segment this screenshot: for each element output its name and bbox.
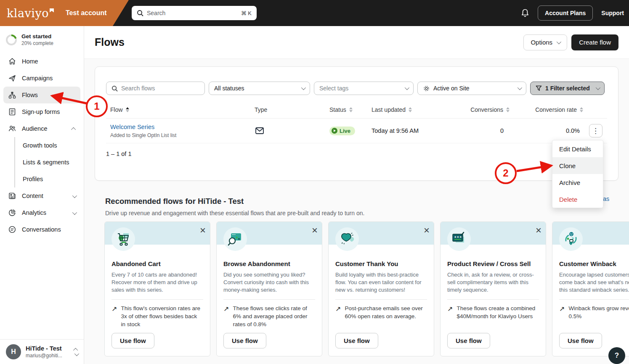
row-actions-cell: ⋮ bbox=[583, 124, 608, 137]
recommended-subtitle: Drive up revenue and engagement with the… bbox=[105, 210, 364, 216]
menu-item-delete[interactable]: Delete bbox=[552, 191, 603, 208]
status-dropdown[interactable]: All statuses bbox=[209, 82, 310, 95]
recommended-cards-row: × Abandoned Cart Every 7 of 10 carts are… bbox=[104, 222, 629, 356]
account-name-label: Test account bbox=[66, 9, 107, 17]
table-header: Flow Type Status Last updated Conversion… bbox=[106, 101, 607, 119]
column-header-status[interactable]: Status bbox=[324, 106, 366, 113]
trend-up-icon: ↗ bbox=[111, 305, 117, 329]
row-context-menu: Edit Details Clone Archive Delete bbox=[552, 140, 603, 208]
support-link[interactable]: Support bbox=[601, 10, 624, 16]
conversion-rate-value: 0.0% bbox=[566, 127, 580, 134]
flow-card-abandoned-cart: × Abandoned Cart Every 7 of 10 carts are… bbox=[104, 222, 210, 356]
logo-text: klaviyo bbox=[7, 7, 49, 20]
column-label: Conversions bbox=[470, 106, 503, 113]
close-icon[interactable]: × bbox=[312, 225, 318, 235]
klaviyo-logo[interactable]: klaviyo bbox=[7, 7, 54, 20]
account-switcher[interactable]: H HiTide - Test marius@gohiti... bbox=[0, 339, 84, 364]
sidebar-item-profiles[interactable]: Profiles bbox=[15, 171, 80, 187]
filters-selected-button[interactable]: 1 Filter selected bbox=[530, 82, 605, 95]
use-flow-button[interactable]: Use flow bbox=[223, 333, 266, 348]
use-flow-button[interactable]: Use flow bbox=[559, 333, 602, 348]
sidebar-item-analytics[interactable]: Analytics bbox=[3, 204, 80, 221]
menu-item-edit-details[interactable]: Edit Details bbox=[552, 140, 603, 157]
sidebar-item-signup-forms[interactable]: Sign-up forms bbox=[3, 103, 80, 120]
options-button[interactable]: Options bbox=[523, 34, 567, 50]
create-flow-button[interactable]: Create flow bbox=[571, 34, 618, 50]
email-icon bbox=[255, 127, 264, 134]
progress-ring bbox=[6, 34, 17, 45]
sidebar-item-lists-segments[interactable]: Lists & segments bbox=[15, 154, 80, 171]
analytics-pie-icon bbox=[8, 208, 16, 217]
sidebar-item-content[interactable]: Content bbox=[3, 187, 80, 204]
flow-subtitle: Added to Single OptIn List list bbox=[110, 132, 250, 138]
help-button[interactable]: ? bbox=[608, 347, 625, 364]
card-stat-text: These flows create a combined $40M/month… bbox=[456, 305, 537, 321]
get-started-widget[interactable]: Get started 20% complete bbox=[0, 26, 84, 53]
row-kebab-menu-button[interactable]: ⋮ bbox=[589, 124, 602, 137]
chevron-down-icon bbox=[301, 85, 306, 90]
people-icon bbox=[8, 124, 16, 133]
expand-icon bbox=[74, 348, 78, 356]
sidebar-item-audience[interactable]: Audience bbox=[3, 120, 80, 137]
column-header-type: Type bbox=[250, 106, 324, 113]
options-label: Options bbox=[531, 39, 552, 46]
conversions-value: 0 bbox=[500, 127, 504, 134]
account-plans-button[interactable]: Account Plans bbox=[538, 5, 593, 21]
close-icon[interactable]: × bbox=[200, 225, 206, 235]
sidebar-item-home[interactable]: Home bbox=[3, 53, 80, 70]
card-stat-text: Winback flows grow revenue by 0.5% bbox=[568, 305, 629, 321]
filters-row: All statuses Select tags Active on Site … bbox=[106, 82, 607, 95]
menu-item-clone[interactable]: Clone bbox=[552, 157, 603, 174]
column-header-conversion-rate[interactable]: Conversion rate bbox=[510, 106, 583, 113]
sidebar-item-label: Audience bbox=[22, 125, 47, 132]
home-icon bbox=[8, 57, 16, 66]
card-title: Browse Abandonment bbox=[223, 260, 315, 267]
recommended-title: Recommended flows for HiTide - Test bbox=[105, 197, 364, 206]
filters-selected-label: 1 Filter selected bbox=[545, 85, 590, 92]
close-icon[interactable]: × bbox=[536, 225, 541, 235]
column-header-flow[interactable]: Flow bbox=[106, 106, 250, 113]
card-stat-text: These flows see clicks rate of 6% and av… bbox=[233, 305, 313, 329]
flows-table-card: All statuses Select tags Active on Site … bbox=[95, 66, 618, 181]
sidebar-item-conversations[interactable]: Conversations bbox=[3, 221, 80, 238]
page-title: Flows bbox=[95, 36, 125, 48]
notifications-button[interactable] bbox=[521, 8, 529, 18]
column-header-last-updated[interactable]: Last updated bbox=[366, 106, 459, 113]
global-search-input[interactable] bbox=[147, 10, 238, 16]
use-flow-button[interactable]: Use flow bbox=[111, 333, 154, 348]
get-started-text: Get started 20% complete bbox=[21, 33, 53, 46]
sidebar-item-label: Home bbox=[22, 58, 38, 65]
card-body: Abandoned Cart Every 7 of 10 carts are a… bbox=[105, 245, 210, 329]
content-icon bbox=[8, 192, 16, 200]
sidebar-item-flows[interactable]: Flows bbox=[3, 87, 80, 103]
live-play-icon bbox=[332, 128, 337, 134]
flow-name-link[interactable]: Welcome Series bbox=[110, 124, 154, 130]
sidebar-item-campaigns[interactable]: Flows Campaigns bbox=[3, 70, 80, 87]
menu-item-archive[interactable]: Archive bbox=[552, 174, 603, 191]
column-header-conversions[interactable]: Conversions bbox=[459, 106, 510, 113]
divider bbox=[335, 299, 427, 300]
last-updated-cell: Today at 9:56 AM bbox=[366, 127, 459, 134]
main-content: Flows Options Create flow All statuses S… bbox=[84, 26, 629, 364]
search-flows-input[interactable] bbox=[121, 85, 199, 92]
recommended-section: Recommended flows for HiTide - Test Driv… bbox=[105, 193, 364, 216]
flow-status-cell: Live bbox=[324, 126, 366, 135]
search-flows-box[interactable] bbox=[106, 82, 205, 95]
sidebar-item-label: Sign-up forms bbox=[22, 108, 60, 115]
chevron-down-icon bbox=[405, 85, 409, 90]
chat-icon bbox=[8, 225, 16, 234]
tags-dropdown[interactable]: Select tags bbox=[314, 82, 414, 95]
metric-value: Active on Site bbox=[433, 85, 470, 92]
metric-dropdown[interactable]: Active on Site bbox=[417, 82, 526, 95]
gear-icon bbox=[423, 85, 430, 92]
partial-link-text[interactable]: as bbox=[603, 195, 609, 202]
divider bbox=[223, 299, 315, 300]
global-search[interactable]: ⌘ K bbox=[132, 6, 257, 20]
use-flow-button[interactable]: Use flow bbox=[335, 333, 378, 348]
chevron-up-icon bbox=[72, 125, 76, 132]
sidebar-item-growth-tools[interactable]: Growth tools bbox=[15, 137, 80, 154]
use-flow-button[interactable]: Use flow bbox=[447, 333, 490, 348]
close-icon[interactable]: × bbox=[424, 225, 430, 235]
account-email: marius@gohiti... bbox=[26, 353, 62, 359]
sidebar-item-label: Conversations bbox=[22, 226, 61, 233]
